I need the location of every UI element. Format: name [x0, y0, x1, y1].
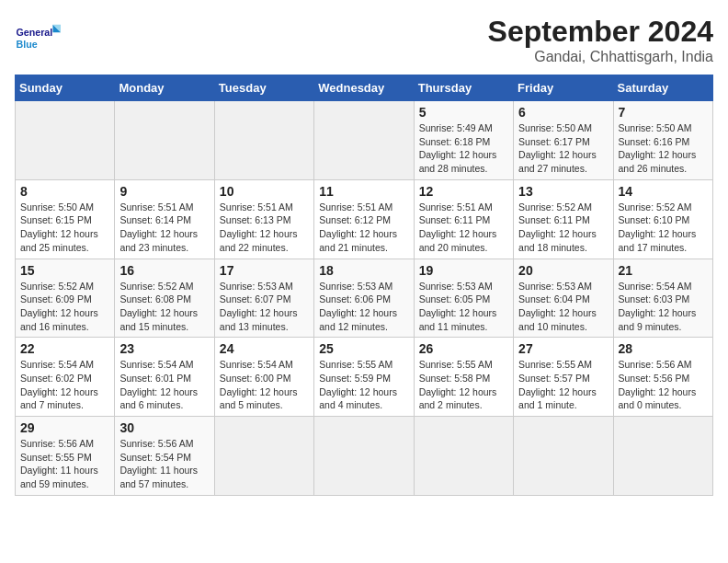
logo: General Blue — [15, 15, 61, 61]
day-cell-9: 9 Sunrise: 5:51 AM Sunset: 6:14 PM Dayli… — [115, 179, 214, 259]
day-info: Sunrise: 5:53 AM Sunset: 6:05 PM Dayligh… — [419, 280, 508, 334]
day-number: 6 — [518, 105, 608, 120]
empty-cell — [314, 101, 414, 180]
day-cell-25: 25 Sunrise: 5:55 AM Sunset: 5:59 PM Dayl… — [314, 338, 414, 417]
day-cell-21: 21 Sunrise: 5:54 AM Sunset: 6:03 PM Dayl… — [613, 259, 712, 338]
day-number: 14 — [619, 184, 708, 199]
day-number: 24 — [220, 341, 309, 356]
day-cell-26: 26 Sunrise: 5:55 AM Sunset: 5:58 PM Dayl… — [414, 338, 513, 417]
day-number: 20 — [518, 263, 608, 278]
page-header: General Blue September 2024 Gandai, Chha… — [15, 15, 713, 65]
day-info: Sunrise: 5:51 AM Sunset: 6:11 PM Dayligh… — [419, 201, 508, 255]
day-cell-30: 30 Sunrise: 5:56 AM Sunset: 5:54 PM Dayl… — [115, 417, 214, 496]
empty-cell — [414, 417, 513, 496]
day-number: 29 — [20, 420, 109, 435]
day-info: Sunrise: 5:55 AM Sunset: 5:59 PM Dayligh… — [319, 358, 408, 412]
empty-cell — [514, 417, 613, 496]
day-cell-7: 7 Sunrise: 5:50 AM Sunset: 6:16 PM Dayli… — [613, 101, 712, 180]
col-wednesday: Wednesday — [314, 75, 414, 101]
day-number: 17 — [220, 263, 309, 278]
day-cell-19: 19 Sunrise: 5:53 AM Sunset: 6:05 PM Dayl… — [414, 259, 513, 338]
empty-cell — [214, 101, 313, 180]
col-monday: Monday — [115, 75, 214, 101]
title-area: September 2024 Gandai, Chhattisgarh, Ind… — [488, 15, 713, 65]
col-friday: Friday — [514, 75, 613, 101]
day-number: 15 — [20, 263, 109, 278]
col-sunday: Sunday — [16, 75, 115, 101]
day-cell-11: 11 Sunrise: 5:51 AM Sunset: 6:12 PM Dayl… — [314, 179, 414, 259]
empty-cell — [613, 417, 712, 496]
day-number: 16 — [119, 263, 209, 278]
day-info: Sunrise: 5:52 AM Sunset: 6:08 PM Dayligh… — [119, 280, 209, 334]
day-cell-27: 27 Sunrise: 5:55 AM Sunset: 5:57 PM Dayl… — [514, 338, 613, 417]
day-info: Sunrise: 5:55 AM Sunset: 5:57 PM Dayligh… — [518, 358, 608, 412]
day-info: Sunrise: 5:50 AM Sunset: 6:16 PM Dayligh… — [619, 121, 708, 176]
day-info: Sunrise: 5:52 AM Sunset: 6:11 PM Dayligh… — [518, 201, 608, 255]
day-number: 25 — [319, 341, 408, 356]
day-cell-6: 6 Sunrise: 5:50 AM Sunset: 6:17 PM Dayli… — [514, 101, 613, 180]
day-cell-22: 22 Sunrise: 5:54 AM Sunset: 6:02 PM Dayl… — [16, 338, 115, 417]
day-cell-5: 5 Sunrise: 5:49 AM Sunset: 6:18 PM Dayli… — [414, 101, 513, 180]
day-number: 11 — [319, 184, 408, 199]
calendar-table: Sunday Monday Tuesday Wednesday Thursday… — [15, 75, 713, 496]
day-cell-20: 20 Sunrise: 5:53 AM Sunset: 6:04 PM Dayl… — [514, 259, 613, 338]
empty-cell — [314, 417, 414, 496]
day-cell-13: 13 Sunrise: 5:52 AM Sunset: 6:11 PM Dayl… — [514, 179, 613, 259]
day-cell-14: 14 Sunrise: 5:52 AM Sunset: 6:10 PM Dayl… — [613, 179, 712, 259]
day-info: Sunrise: 5:53 AM Sunset: 6:04 PM Dayligh… — [518, 280, 608, 334]
day-number: 18 — [319, 263, 408, 278]
day-info: Sunrise: 5:53 AM Sunset: 6:07 PM Dayligh… — [220, 280, 309, 334]
day-cell-24: 24 Sunrise: 5:54 AM Sunset: 6:00 PM Dayl… — [214, 338, 313, 417]
day-info: Sunrise: 5:51 AM Sunset: 6:13 PM Dayligh… — [220, 201, 309, 255]
day-cell-29: 29 Sunrise: 5:56 AM Sunset: 5:55 PM Dayl… — [16, 417, 115, 496]
calendar-week-row: 29 Sunrise: 5:56 AM Sunset: 5:55 PM Dayl… — [16, 417, 713, 496]
location-title: Gandai, Chhattisgarh, India — [488, 49, 713, 65]
day-info: Sunrise: 5:54 AM Sunset: 6:01 PM Dayligh… — [119, 358, 209, 412]
day-cell-17: 17 Sunrise: 5:53 AM Sunset: 6:07 PM Dayl… — [214, 259, 313, 338]
calendar-week-row: 22 Sunrise: 5:54 AM Sunset: 6:02 PM Dayl… — [16, 338, 713, 417]
day-info: Sunrise: 5:55 AM Sunset: 5:58 PM Dayligh… — [419, 358, 508, 412]
day-number: 28 — [619, 341, 708, 356]
day-cell-8: 8 Sunrise: 5:50 AM Sunset: 6:15 PM Dayli… — [16, 179, 115, 259]
empty-cell — [16, 101, 115, 180]
day-number: 23 — [119, 341, 209, 356]
day-info: Sunrise: 5:54 AM Sunset: 6:02 PM Dayligh… — [20, 358, 109, 412]
day-number: 22 — [20, 341, 109, 356]
day-number: 27 — [518, 341, 608, 356]
day-info: Sunrise: 5:56 AM Sunset: 5:54 PM Dayligh… — [119, 437, 209, 491]
day-info: Sunrise: 5:54 AM Sunset: 6:03 PM Dayligh… — [619, 280, 708, 334]
day-number: 26 — [419, 341, 508, 356]
day-cell-15: 15 Sunrise: 5:52 AM Sunset: 6:09 PM Dayl… — [16, 259, 115, 338]
day-info: Sunrise: 5:52 AM Sunset: 6:10 PM Dayligh… — [619, 201, 708, 255]
logo-svg: General Blue — [15, 15, 61, 61]
day-number: 12 — [419, 184, 508, 199]
col-tuesday: Tuesday — [214, 75, 313, 101]
day-info: Sunrise: 5:52 AM Sunset: 6:09 PM Dayligh… — [20, 280, 109, 334]
day-info: Sunrise: 5:50 AM Sunset: 6:15 PM Dayligh… — [20, 201, 109, 255]
calendar-week-row: 15 Sunrise: 5:52 AM Sunset: 6:09 PM Dayl… — [16, 259, 713, 338]
day-number: 30 — [119, 420, 209, 435]
day-number: 5 — [419, 105, 508, 120]
calendar-header-row: Sunday Monday Tuesday Wednesday Thursday… — [16, 75, 713, 101]
day-cell-16: 16 Sunrise: 5:52 AM Sunset: 6:08 PM Dayl… — [115, 259, 214, 338]
day-info: Sunrise: 5:49 AM Sunset: 6:18 PM Dayligh… — [419, 121, 508, 176]
day-info: Sunrise: 5:56 AM Sunset: 5:55 PM Dayligh… — [20, 437, 109, 491]
day-cell-10: 10 Sunrise: 5:51 AM Sunset: 6:13 PM Dayl… — [214, 179, 313, 259]
svg-text:General: General — [16, 27, 52, 38]
day-number: 7 — [619, 105, 708, 120]
svg-text:Blue: Blue — [16, 39, 37, 50]
day-cell-28: 28 Sunrise: 5:56 AM Sunset: 5:56 PM Dayl… — [613, 338, 712, 417]
day-number: 19 — [419, 263, 508, 278]
col-thursday: Thursday — [414, 75, 513, 101]
month-title: September 2024 — [488, 15, 713, 49]
empty-cell — [115, 101, 214, 180]
day-number: 8 — [20, 184, 109, 199]
day-number: 9 — [119, 184, 209, 199]
day-number: 10 — [220, 184, 309, 199]
day-info: Sunrise: 5:51 AM Sunset: 6:12 PM Dayligh… — [319, 201, 408, 255]
day-info: Sunrise: 5:56 AM Sunset: 5:56 PM Dayligh… — [619, 358, 708, 412]
day-cell-18: 18 Sunrise: 5:53 AM Sunset: 6:06 PM Dayl… — [314, 259, 414, 338]
day-info: Sunrise: 5:54 AM Sunset: 6:00 PM Dayligh… — [220, 358, 309, 412]
empty-cell — [214, 417, 313, 496]
calendar-week-row: 5 Sunrise: 5:49 AM Sunset: 6:18 PM Dayli… — [16, 101, 713, 180]
